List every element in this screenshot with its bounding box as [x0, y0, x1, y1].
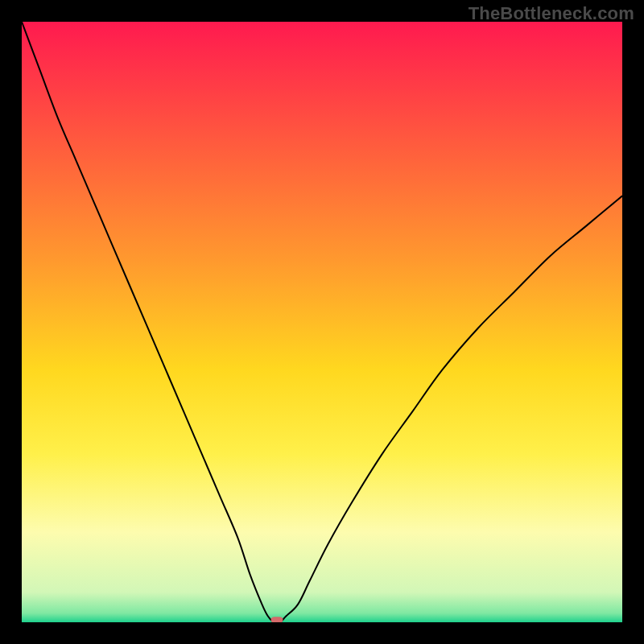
- chart-background: [22, 22, 622, 622]
- chart-frame: TheBottleneck.com: [0, 0, 644, 644]
- bottleneck-marker: [271, 617, 283, 622]
- chart-plot-area: [22, 22, 622, 622]
- chart-svg: [22, 22, 622, 622]
- watermark-text: TheBottleneck.com: [469, 3, 634, 24]
